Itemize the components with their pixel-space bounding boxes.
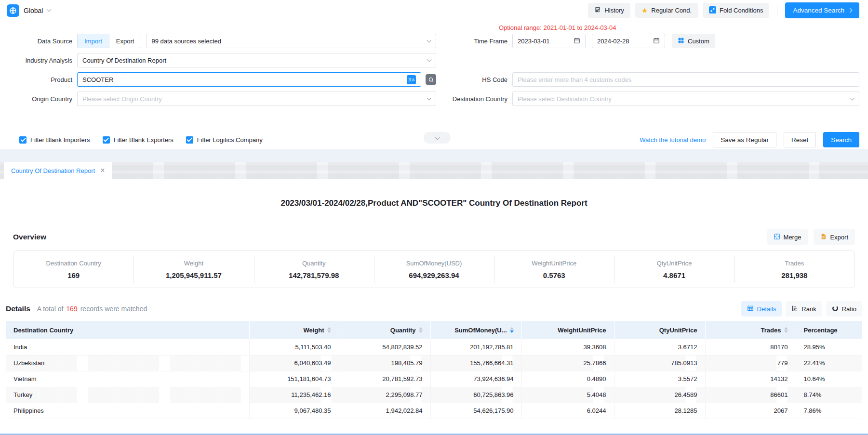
- details-heading: Details: [6, 304, 30, 313]
- table-cell: 5.4048: [521, 387, 614, 403]
- view-label: Ratio: [842, 305, 856, 313]
- column-header-inner: WeightUnitPrice: [530, 327, 606, 334]
- table-cell: 6,040,603.49: [249, 355, 339, 371]
- view-label: Details: [757, 305, 776, 313]
- checkbox-icon[interactable]: [19, 136, 27, 144]
- table-row[interactable]: Uzbekistan6,040,603.49198,405.79155,766,…: [6, 355, 862, 371]
- data-source-select[interactable]: 99 data sources selected: [146, 34, 436, 48]
- fold-conditions-button[interactable]: Fold Conditions: [703, 3, 769, 18]
- checkbox-label: Filter Logitics Company: [197, 136, 263, 144]
- sort-asc-caret: [784, 327, 788, 330]
- table-cell: 80170: [705, 339, 796, 355]
- regular-cond-label: Regular Cond.: [651, 7, 692, 14]
- time-frame-start-input[interactable]: 2023-03-01: [512, 34, 586, 48]
- destination-country-select[interactable]: Please select Destination Country: [512, 92, 859, 106]
- table-row[interactable]: India5,111,503.4054,802,839.52201,192,78…: [6, 339, 862, 355]
- table-cell: 0.4890: [521, 371, 614, 387]
- industry-analysis-select[interactable]: Country Of Destination Report: [77, 53, 436, 67]
- overview-stat: Trades281,938: [734, 260, 855, 279]
- table-cell: 151,181,604.73: [249, 371, 339, 387]
- chevron-down-icon: [427, 57, 432, 62]
- table-row[interactable]: Vietnam151,181,604.7320,781,592.7373,924…: [6, 371, 862, 387]
- optional-range-hint: Optional range: 2021-01-01 to 2024-03-04: [499, 24, 616, 31]
- table-row[interactable]: Turkey11,235,462.162,295,098.7760,725,86…: [6, 387, 862, 403]
- table-cell: Turkey: [6, 387, 249, 403]
- stat-label: WeightUnitPrice: [494, 260, 614, 267]
- search-button[interactable]: Search: [823, 132, 859, 147]
- advanced-search-label: Advanced Search: [793, 7, 844, 14]
- checkbox-icon[interactable]: [103, 136, 110, 144]
- table-cell: 785.0913: [614, 355, 705, 371]
- table-cell: 3.5572: [614, 371, 705, 387]
- data-source-label: Data Source: [0, 38, 77, 45]
- region-switcher[interactable]: Global: [7, 4, 51, 17]
- view-button-rank[interactable]: Rank: [786, 301, 822, 316]
- time-frame-label: Time Frame: [436, 38, 512, 45]
- collapse-form-button[interactable]: [424, 132, 451, 144]
- sort-icon[interactable]: [327, 327, 331, 333]
- table-body: India5,111,503.4054,802,839.52201,192,78…: [6, 339, 862, 419]
- chevron-down-icon: [427, 95, 432, 100]
- filter-checkbox[interactable]: Filter Logitics Company: [186, 136, 263, 144]
- sort-desc-caret: [510, 330, 514, 333]
- table-cell: 201,192,785.81: [430, 339, 521, 355]
- report-content: 2023/03/01-2024/02/28,Product AND"SCOOTE…: [0, 179, 868, 435]
- stat-value: 1,205,945,911.57: [134, 271, 254, 279]
- sort-icon[interactable]: [784, 327, 788, 333]
- filter-checkbox[interactable]: Filter Blank Exporters: [103, 136, 174, 144]
- stat-value: 4.8671: [614, 271, 734, 279]
- reset-button[interactable]: Reset: [784, 132, 816, 147]
- image-search-icon[interactable]: [426, 74, 436, 85]
- sort-icon[interactable]: [510, 327, 514, 333]
- merge-button[interactable]: Merge: [767, 229, 808, 245]
- filter-checkbox[interactable]: Filter Blank Importers: [19, 136, 90, 144]
- tab-country-of-destination-report[interactable]: Country Of Destination Report ×: [4, 162, 112, 179]
- sort-desc-caret: [327, 330, 331, 333]
- export-label: Export: [830, 234, 848, 241]
- column-label: Trades: [761, 327, 781, 334]
- tutorial-link[interactable]: Watch the tutorial demo: [640, 136, 706, 144]
- tabbar: Country Of Destination Report ×: [0, 162, 868, 179]
- product-input[interactable]: [82, 76, 403, 83]
- column-label: QtyUnitPrice: [659, 327, 697, 334]
- column-header-inner: QtyUnitPrice: [622, 327, 697, 334]
- chevron-down-icon: [47, 7, 52, 12]
- time-frame-end-input[interactable]: 2024-02-28: [592, 34, 665, 48]
- export-button[interactable]: Export: [814, 229, 855, 245]
- save-as-regular-button[interactable]: Save as Regular: [713, 132, 776, 147]
- table-cell: 155,766,664.31: [430, 355, 521, 371]
- sort-asc-caret: [419, 327, 423, 330]
- hs-code-label: HS Code: [436, 76, 512, 83]
- hs-code-input[interactable]: [518, 76, 854, 83]
- sort-icon[interactable]: [419, 327, 423, 333]
- sort-desc-caret: [784, 330, 788, 333]
- table-cell: 6.0244: [521, 403, 614, 419]
- region-label: Global: [24, 7, 43, 14]
- table-header-row: Destination CountryWeightQuantitySumOfMo…: [6, 321, 862, 339]
- ratio-icon: [832, 305, 839, 313]
- column-header: Weight: [249, 321, 339, 339]
- advanced-search-button[interactable]: Advanced Search: [785, 2, 859, 18]
- import-toggle[interactable]: Import: [78, 34, 109, 48]
- history-button[interactable]: History: [588, 3, 630, 18]
- origin-country-placeholder: Please select Origin Country: [82, 95, 162, 103]
- column-header-inner: Destination Country: [13, 327, 241, 334]
- translate-icon[interactable]: 文A: [407, 75, 416, 84]
- overview-stat: Weight1,205,945,911.57: [134, 260, 254, 279]
- export-toggle[interactable]: Export: [109, 34, 141, 48]
- view-button-ratio[interactable]: Ratio: [826, 301, 862, 316]
- export-icon: [820, 233, 827, 241]
- regular-cond-button[interactable]: ★ Regular Cond.: [635, 3, 698, 18]
- empty-row: [436, 53, 859, 67]
- view-button-details[interactable]: Details: [741, 301, 782, 316]
- close-icon[interactable]: ×: [100, 167, 105, 174]
- origin-country-select[interactable]: Please select Origin Country: [77, 92, 436, 106]
- overview-stat: WeightUnitPrice0.5763: [494, 260, 614, 279]
- checkbox-icon[interactable]: [186, 136, 193, 144]
- destination-country-placeholder: Please select Destination Country: [518, 95, 612, 103]
- rank-icon: [791, 305, 798, 313]
- table-cell: 39.3608: [521, 339, 614, 355]
- records-matched-text: A total of 169 records were matched: [37, 305, 147, 313]
- custom-range-button[interactable]: Custom: [672, 34, 715, 48]
- table-row[interactable]: Philippines9,067,480.351,942,022.8454,62…: [6, 403, 862, 419]
